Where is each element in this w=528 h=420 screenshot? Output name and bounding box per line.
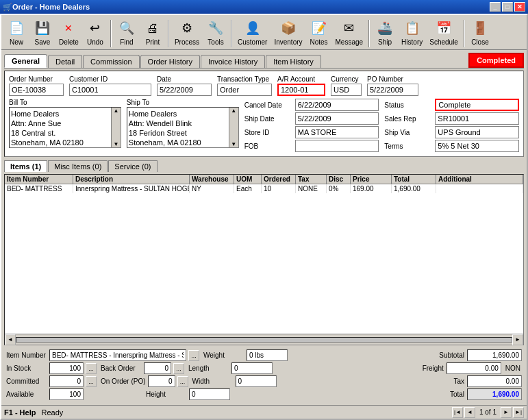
item-number-input[interactable] xyxy=(49,349,186,361)
order-number-group: Order Number xyxy=(9,75,64,96)
message-button[interactable]: ✉ Message xyxy=(333,17,366,47)
scroll-right-button[interactable]: ► xyxy=(512,334,523,345)
terms-input[interactable] xyxy=(435,140,519,152)
ship-to-content: Home Dealers Attn: Wendell Blink 18 Feri… xyxy=(127,108,229,147)
inventory-button[interactable]: 📦 Inventory xyxy=(271,17,305,47)
weight-input[interactable] xyxy=(247,349,288,361)
customer-button[interactable]: 👤 Customer xyxy=(235,17,270,47)
tab-commission[interactable]: Commission xyxy=(83,55,140,68)
status-key: F1 - Help xyxy=(4,408,36,417)
minimize-button[interactable]: _ xyxy=(490,2,501,12)
customer-id-input[interactable] xyxy=(69,84,151,96)
title-text: Order - Home Dealers xyxy=(12,3,90,11)
process-button[interactable]: ⚙ Process xyxy=(172,17,202,47)
subtotal-input[interactable] xyxy=(467,349,522,361)
transaction-type-group: Transaction Type xyxy=(217,75,272,96)
freight-input[interactable] xyxy=(447,362,501,374)
status-input[interactable] xyxy=(435,99,519,111)
date-input[interactable] xyxy=(157,84,212,96)
currency-input[interactable] xyxy=(331,84,362,96)
tab-misc-items[interactable]: Misc Items (0) xyxy=(48,160,108,172)
bill-to-scrollbar[interactable]: ▲ ▼ xyxy=(111,108,121,147)
tab-order-history[interactable]: Order History xyxy=(140,55,200,68)
fob-input[interactable] xyxy=(295,140,379,152)
pager-prev-button[interactable]: ◄ xyxy=(464,407,475,418)
table-row[interactable]: BED- MATTRESS Innerspring Mattress - SUL… xyxy=(5,184,523,193)
on-order-input[interactable] xyxy=(148,375,175,387)
pager-first-button[interactable]: |◄ xyxy=(452,407,463,418)
bill-to-label: Bill To xyxy=(9,99,121,106)
h-scrollbar[interactable]: ◄ ► xyxy=(5,334,523,345)
tab-general[interactable]: General xyxy=(4,54,47,68)
history-button[interactable]: 📋 History xyxy=(399,17,425,47)
ship-to-scrollbar[interactable]: ▲ ▼ xyxy=(229,108,238,147)
fob-label: FOB xyxy=(244,143,292,150)
ship-button[interactable]: 🚢 Ship xyxy=(373,17,397,47)
undo-button[interactable]: ↩ Undo xyxy=(83,17,108,47)
committed-input[interactable] xyxy=(49,375,84,387)
ship-icon: 🚢 xyxy=(375,18,394,38)
item-number-expand-button[interactable]: ... xyxy=(188,350,199,361)
scroll-track[interactable] xyxy=(16,337,512,343)
cell-disc: 0% xyxy=(327,184,351,193)
message-icon: ✉ xyxy=(340,18,359,38)
currency-label: Currency xyxy=(331,75,362,83)
right-fields: Cancel Date Ship Date Store ID FOB xyxy=(244,99,379,152)
width-label: Width xyxy=(192,378,234,385)
tab-detail[interactable]: Detail xyxy=(48,55,82,68)
pager-next-button[interactable]: ► xyxy=(501,407,512,418)
store-id-input[interactable] xyxy=(295,126,379,138)
order-number-input[interactable] xyxy=(9,84,64,96)
length-input[interactable] xyxy=(231,362,273,374)
ar-account-input[interactable] xyxy=(277,84,325,96)
schedule-button[interactable]: 📅 Schedule xyxy=(427,17,461,47)
col-uom: UOM xyxy=(234,175,262,184)
col-description: Description xyxy=(73,175,190,184)
main-window: 📄 New 💾 Save ✕ Delete ↩ Undo 🔍 Find 🖨 Pr… xyxy=(0,14,528,420)
close-button[interactable]: 🚪 Close xyxy=(468,17,492,47)
total-input[interactable] xyxy=(467,388,522,400)
notes-button[interactable]: 📝 Notes xyxy=(307,17,331,47)
print-button[interactable]: 🖨 Print xyxy=(140,17,165,47)
ship-date-input[interactable] xyxy=(295,112,379,125)
total-field: Total xyxy=(427,388,522,400)
find-button[interactable]: 🔍 Find xyxy=(114,17,139,47)
in-stock-detail-button[interactable]: ... xyxy=(86,363,97,374)
transaction-type-input[interactable] xyxy=(217,84,272,96)
find-icon: 🔍 xyxy=(117,18,136,38)
tab-items[interactable]: Items (1) xyxy=(4,160,47,172)
on-order-detail-button[interactable]: ... xyxy=(177,376,188,387)
committed-detail-button[interactable]: ... xyxy=(86,376,97,387)
height-input[interactable] xyxy=(189,388,230,400)
col-warehouse: Warehouse xyxy=(190,175,234,184)
maximize-button[interactable]: □ xyxy=(502,2,513,12)
tax-input[interactable] xyxy=(467,375,522,387)
col-disc: Disc xyxy=(327,175,351,184)
title-icon: 🛒 xyxy=(3,3,12,12)
save-button[interactable]: 💾 Save xyxy=(30,17,55,47)
cancel-date-input[interactable] xyxy=(295,99,379,111)
width-input[interactable] xyxy=(236,375,277,387)
new-button[interactable]: 📄 New xyxy=(4,17,29,47)
title-bar: 🛒 Order - Home Dealers _ □ ✕ xyxy=(0,0,528,14)
tab-invoice-history[interactable]: Invoice History xyxy=(201,55,265,68)
ship-via-input[interactable] xyxy=(435,126,519,138)
available-input[interactable] xyxy=(49,388,84,400)
tab-item-history[interactable]: Item History xyxy=(266,55,321,68)
bill-to-line-4: Stoneham, MA 02180 xyxy=(11,138,110,147)
customer-id-group: Customer ID xyxy=(69,75,151,96)
po-number-input[interactable] xyxy=(367,84,418,96)
in-stock-input[interactable] xyxy=(49,362,84,374)
delete-icon: ✕ xyxy=(59,18,78,38)
completed-badge: Completed xyxy=(468,53,524,68)
back-order-input[interactable] xyxy=(144,362,171,374)
tab-service[interactable]: Service (0) xyxy=(108,160,157,172)
scroll-left-button[interactable]: ◄ xyxy=(5,334,16,345)
delete-button[interactable]: ✕ Delete xyxy=(56,17,81,47)
tools-button[interactable]: 🔧 Tools xyxy=(203,17,228,47)
close-window-button[interactable]: ✕ xyxy=(514,2,525,12)
close-label: Close xyxy=(471,38,489,46)
pager-last-button[interactable]: ►| xyxy=(513,407,524,418)
back-order-detail-button[interactable]: ... xyxy=(173,363,184,374)
sales-rep-input[interactable] xyxy=(435,112,519,125)
